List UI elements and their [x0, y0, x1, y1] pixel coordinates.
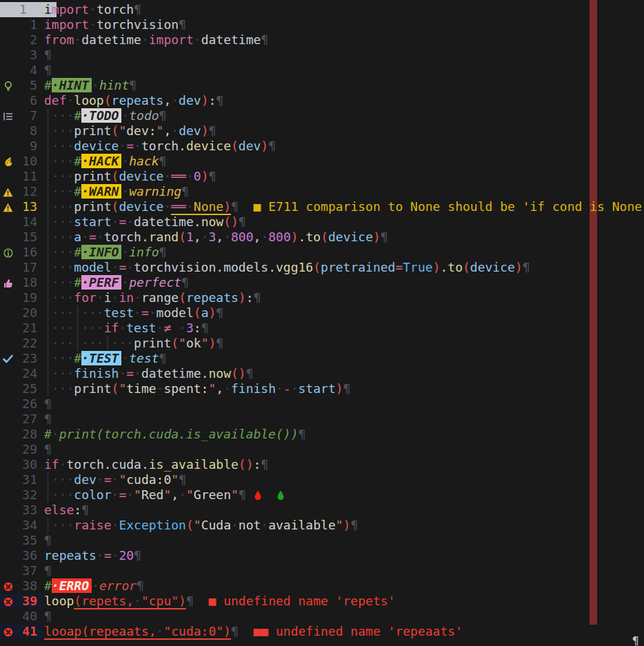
- code-token: (: [179, 230, 186, 244]
- code-token: 800: [231, 230, 254, 244]
- code-token: ·: [112, 472, 119, 487]
- code-line[interactable]: 27¶: [0, 412, 644, 427]
- code-line[interactable]: 15│···a·=·torch.rand(1,·3,·800,·800).to(…: [0, 230, 644, 245]
- code-token: ·: [261, 230, 268, 244]
- line-number: 3: [0, 48, 37, 63]
- code-token: ·: [119, 321, 126, 335]
- code-token: ": [194, 518, 201, 532]
- code-token: #: [44, 427, 52, 441]
- code-token: ·: [121, 154, 129, 168]
- code-line[interactable]: 38#·ERRO·error¶: [0, 578, 644, 594]
- code-line[interactable]: 8│···print("dev:",·dev)¶: [0, 123, 644, 139]
- code-token: ·: [179, 321, 186, 335]
- code-token: ": [119, 123, 126, 138]
- code-token: ¶: [208, 123, 216, 138]
- code-token: ): [208, 336, 216, 350]
- line-number: 31: [0, 472, 37, 487]
- code-token: perfect: [129, 275, 181, 290]
- code-line[interactable]: 9│···device·=·torch.device(dev)¶: [0, 139, 644, 154]
- code-line[interactable]: 28#·print(torch.cuda.is_available())¶: [0, 427, 644, 442]
- todo-badge: ·WARN: [81, 184, 121, 199]
- code-editor[interactable]: 1import·torch¶1import·torchvision¶2from·…: [0, 0, 644, 646]
- code-token: (: [171, 336, 179, 350]
- code-token: ¶: [181, 184, 189, 199]
- code-token: ¶: [381, 230, 388, 244]
- code-token: ¶: [254, 290, 261, 305]
- code-token: ¶: [44, 563, 52, 578]
- code-line[interactable]: 30if·torch.cuda.is_available():¶: [0, 457, 644, 472]
- code-token: ·: [134, 366, 141, 381]
- code-token: ·: [121, 245, 129, 259]
- code-line[interactable]: 18│···#·PERF·perfect¶: [0, 275, 644, 290]
- code-line[interactable]: 10│···#·HACK·hack¶: [0, 154, 644, 169]
- code-line[interactable]: 40¶: [0, 609, 644, 624]
- code-token: ···: [52, 366, 74, 381]
- code-token: ): [201, 93, 209, 108]
- code-token: ·: [119, 139, 126, 153]
- code-token: 1: [186, 230, 194, 244]
- code-token: ": [119, 381, 126, 396]
- code-line[interactable]: 34│···raise·Exception("Cuda·not·availabl…: [0, 518, 644, 533]
- code-line[interactable]: 24│···finish·=·datetime.now()¶: [0, 366, 644, 381]
- code-line[interactable]: 37¶: [0, 563, 644, 578]
- code-text: ¶: [44, 48, 52, 63]
- code-token: ,: [194, 230, 201, 244]
- code-token: ···: [52, 139, 74, 153]
- code-line[interactable]: 4¶: [0, 63, 644, 78]
- code-line[interactable]: 31│···dev·=·"cuda:0"¶: [0, 472, 644, 487]
- code-token: ): [239, 290, 246, 305]
- code-token: ·: [157, 381, 164, 396]
- line-number: 2: [0, 32, 37, 48]
- code-token: ¶: [268, 139, 276, 153]
- code-line[interactable]: 14│···start·=·datetime.now()¶: [0, 214, 644, 230]
- code-token: start: [299, 381, 336, 396]
- code-line[interactable]: 35¶: [0, 533, 644, 548]
- code-line[interactable]: 12│···#·WARN·warning¶: [0, 184, 644, 199]
- code-line[interactable]: 1import·torchvision¶: [0, 17, 644, 32]
- code-line[interactable]: 17│···model·=·torchvision.models.vgg16(p…: [0, 260, 644, 275]
- code-line[interactable]: 36repeats·=·20¶: [0, 548, 644, 563]
- code-token: model: [157, 305, 194, 320]
- code-token: datetime: [81, 32, 141, 47]
- code-line[interactable]: 25│···print("time·spent:",·finish·-·star…: [0, 381, 644, 396]
- code-token: ): [336, 381, 343, 396]
- code-line[interactable]: 7│···#·TODO·todo¶: [0, 108, 644, 123]
- code-token: ·: [119, 366, 126, 381]
- code-line[interactable]: 21│···│···if·test·≠ ·3:¶: [0, 321, 644, 336]
- code-line[interactable]: 33else:¶: [0, 503, 644, 518]
- code-token: ¶: [44, 533, 52, 547]
- code-token: error: [99, 578, 137, 593]
- editor-rows: 1import·torch¶1import·torchvision¶2from·…: [0, 2, 644, 639]
- code-line[interactable]: 22│···│···│···print("ok")¶: [0, 336, 644, 351]
- code-text: repeats·=·20¶: [44, 548, 141, 563]
- code-token: ···: [81, 336, 104, 350]
- code-line[interactable]: 23│···#·TEST·test¶: [0, 351, 644, 366]
- code-line[interactable]: 13│···print(device·══·None)¶ ■ E711 comp…: [0, 199, 644, 214]
- line-number: 27: [0, 412, 37, 427]
- line-number: 34: [0, 518, 37, 533]
- code-line[interactable]: 1import·torch¶: [0, 2, 644, 17]
- code-token: ·: [97, 230, 104, 244]
- code-line[interactable]: 5#·HINT·hint¶: [0, 78, 644, 93]
- code-line[interactable]: 29¶: [0, 442, 644, 457]
- code-token: ■ E711 comparison to None should be 'if …: [254, 199, 644, 214]
- code-line[interactable]: 32│···color·=·"Red",·"Green"¶: [0, 487, 644, 503]
- code-line[interactable]: 20│···│···test·=·model(a)¶: [0, 305, 644, 321]
- code-token: .: [141, 457, 149, 472]
- code-line[interactable]: 41looap(repeaats,·"cuda:0")¶ ■■ undefine…: [0, 624, 644, 639]
- code-line[interactable]: 39loop(repets,·"cpu")¶ ■ undefined name …: [0, 594, 644, 609]
- code-token: ···: [52, 169, 74, 183]
- code-line[interactable]: 11│···print(device·══·0)¶: [0, 169, 644, 184]
- code-token: device: [119, 169, 163, 183]
- code-token: a: [74, 230, 81, 244]
- line-number: 41: [0, 624, 37, 639]
- code-text: def·loop(repeats,·dev):¶: [44, 93, 223, 108]
- line-number: 4: [0, 63, 37, 78]
- code-line[interactable]: 26¶: [0, 396, 644, 412]
- code-line[interactable]: 6def·loop(repeats,·dev):¶: [0, 93, 644, 108]
- code-line[interactable]: 3¶: [0, 48, 644, 63]
- code-line[interactable]: 2from·datetime·import·datetime¶: [0, 32, 644, 48]
- code-text: from·datetime·import·datetime¶: [44, 32, 268, 48]
- code-line[interactable]: 16│···#·INFO·info¶: [0, 245, 644, 260]
- code-line[interactable]: 19│···for·i·in·range(repeats):¶: [0, 290, 644, 305]
